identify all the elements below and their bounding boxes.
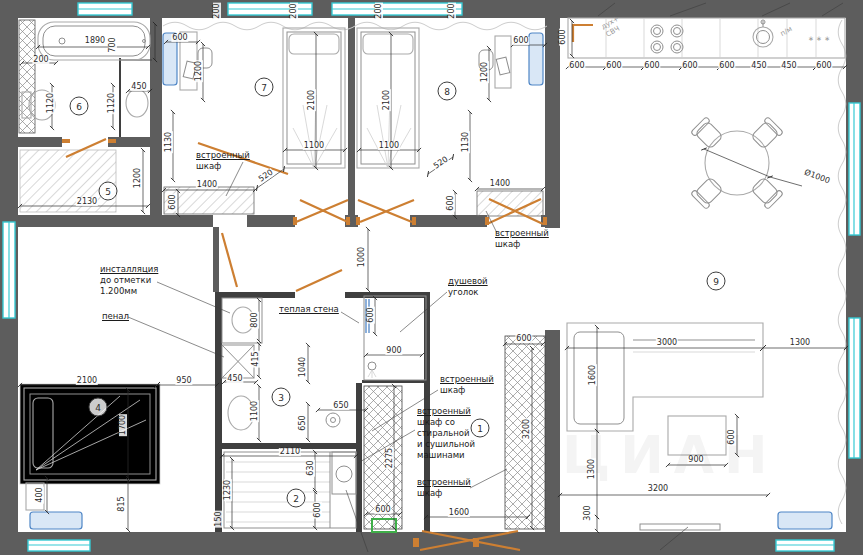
room2-wardrobe [224,452,356,528]
shower-enclosure [364,296,426,380]
bed-room4 [20,384,160,510]
cooktop [651,25,683,53]
bathtub [38,22,150,60]
desk-room8 [479,36,511,88]
sofa [567,323,763,431]
desk-room7 [180,32,212,90]
wardrobe-room7 [164,187,254,214]
kitchen-sink [753,20,773,47]
door-swings [62,139,547,550]
floor-plan-svg [0,0,863,555]
radiator-room7 [163,33,177,85]
bed-room8 [357,28,419,168]
corner-cabinet [573,25,593,42]
sink [126,89,148,117]
bedside-shelf [26,483,44,510]
tv-console [640,524,720,530]
coffee-table [668,416,726,455]
bed-room7 [283,28,345,168]
floor-plan: ЦИАН 18907002001120112045021301200200200… [0,0,863,555]
wardrobe-strip-left [364,386,402,529]
wardrobe-strip-right [505,336,545,529]
room5-hatch [20,150,116,212]
radiator-room9 [778,512,832,529]
furniture [20,3,845,530]
radiator-room4 [30,512,82,529]
radiator-room8 [529,33,543,85]
